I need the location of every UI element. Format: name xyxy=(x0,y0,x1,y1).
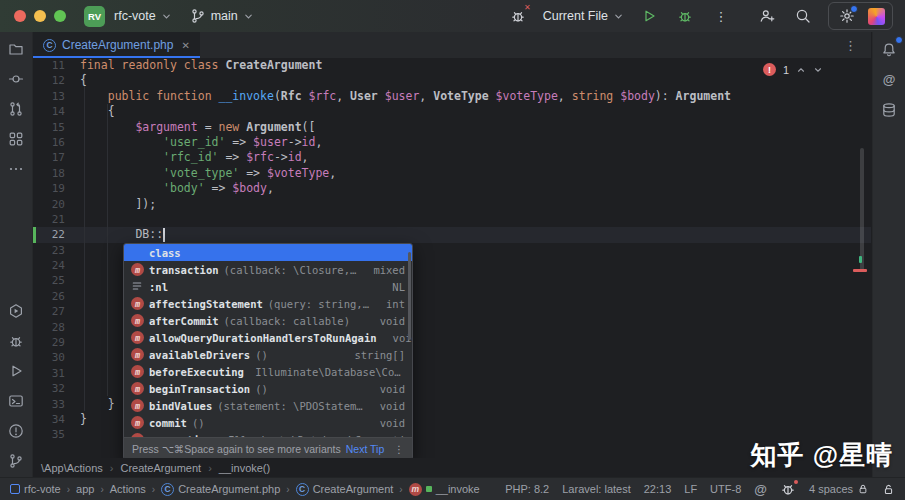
tab-createargument[interactable]: C CreateArgument.php ✕ xyxy=(33,32,200,58)
run-config-selector[interactable]: Current File xyxy=(543,9,624,23)
completion-item-class[interactable]: class xyxy=(124,244,412,261)
window-controls[interactable] xyxy=(14,10,70,22)
completion-item-begintransaction[interactable]: mbeginTransaction()void xyxy=(124,380,412,397)
prev-error-icon[interactable] xyxy=(796,65,806,75)
status-unlock-icon[interactable] xyxy=(882,483,895,496)
completion-item-allowquerydurationhandlerstorunagain[interactable]: mallowQueryDurationHandlersToRunAgain()v… xyxy=(124,329,412,346)
code-line[interactable]: final readonly class CreateArgument xyxy=(80,58,871,73)
terminal-icon[interactable] xyxy=(3,387,30,414)
tab-options-icon[interactable]: ⋮ xyxy=(844,38,857,53)
project-folder-icon[interactable] xyxy=(3,35,30,62)
code-editor[interactable]: 1112131415161718192021222324252627282930… xyxy=(33,58,871,458)
project-badge[interactable]: RV xyxy=(84,6,105,27)
next-error-icon[interactable] xyxy=(813,65,823,75)
code-line[interactable]: DB:: xyxy=(80,227,871,242)
line-number[interactable]: 15 xyxy=(33,120,80,135)
inspection-widget[interactable]: ! 1 xyxy=(763,63,823,76)
popup-scrollbar[interactable] xyxy=(408,252,411,340)
status-utf-8[interactable]: UTF-8 xyxy=(710,483,741,495)
project-selector[interactable]: rfc-vote xyxy=(114,9,172,23)
stripe-mark-green[interactable] xyxy=(859,256,862,263)
branch-selector[interactable]: main xyxy=(190,8,254,24)
line-number[interactable]: 33 xyxy=(33,397,80,412)
line-number[interactable]: 30 xyxy=(33,350,80,365)
completion-item-beforeexecuting[interactable]: mbeforeExecuting Illuminate\Database\Con… xyxy=(124,363,412,380)
completion-more-icon[interactable]: ⋮ xyxy=(394,443,405,455)
completion-item-aftercommit[interactable]: mafterCommit(callback: callable)void xyxy=(124,312,412,329)
code-line[interactable]: $argument = new Argument([ xyxy=(80,120,871,135)
nav-item-invoke[interactable]: m__invoke xyxy=(409,483,480,496)
completion-item-transaction[interactable]: mtransaction(callback: \Closure, [attem…… xyxy=(124,261,412,278)
code-line[interactable]: 'rfc_id' => $rfc->id, xyxy=(80,150,871,165)
services-icon[interactable] xyxy=(3,297,30,324)
no-inspections-icon[interactable]: ✕ xyxy=(507,5,529,27)
completion-item-nl[interactable]: :nlNL xyxy=(124,278,412,295)
status-4-spaces[interactable]: 4 spaces xyxy=(809,483,869,495)
completion-item-connection[interactable]: mconnection([n…Illuminate\Database\Conne… xyxy=(124,431,412,437)
notifications-icon[interactable] xyxy=(876,36,903,63)
code-line[interactable]: 'vote_type' => $voteType, xyxy=(80,166,871,181)
more-actions-button[interactable]: ⋮ xyxy=(710,5,732,27)
line-number[interactable]: 31 xyxy=(33,366,80,381)
line-number[interactable]: 35 xyxy=(33,427,80,442)
line-number[interactable]: 19 xyxy=(33,181,80,196)
line-number[interactable]: 27 xyxy=(33,304,80,319)
line-number[interactable]: 26 xyxy=(33,289,80,304)
completion-item-affectingstatement[interactable]: maffectingStatement(query: string, [bind… xyxy=(124,295,412,312)
code-line[interactable]: 'user_id' => $user->id, xyxy=(80,135,871,150)
ide-logo-icon[interactable] xyxy=(868,8,885,25)
run-tool-icon[interactable] xyxy=(3,357,30,384)
debug-tool-icon[interactable] xyxy=(3,327,30,354)
line-number[interactable]: 28 xyxy=(33,320,80,335)
status-22-13[interactable]: 22:13 xyxy=(644,483,672,495)
line-number[interactable]: 12 xyxy=(33,73,80,88)
code-line[interactable]: public function __invoke(Rfc $rfc, User … xyxy=(80,89,871,104)
breadcrumb-item[interactable]: CreateArgument xyxy=(120,462,201,474)
status-lf[interactable]: LF xyxy=(684,483,697,495)
stripe-mark-error[interactable] xyxy=(853,269,867,272)
git-branch-icon[interactable] xyxy=(3,447,30,474)
debug-button[interactable] xyxy=(674,5,696,27)
line-number[interactable]: 14 xyxy=(33,104,80,119)
completion-item-bindvalues[interactable]: mbindValues(statement: \PDOStatement, bi… xyxy=(124,397,412,414)
line-number[interactable]: 13 xyxy=(33,89,80,104)
line-number[interactable]: 24 xyxy=(33,258,80,273)
commit-icon[interactable] xyxy=(3,65,30,92)
nav-item-rfcvote[interactable]: rfc-vote xyxy=(10,483,61,495)
close-window-button[interactable] xyxy=(14,10,26,22)
database-icon[interactable] xyxy=(876,96,903,123)
search-everywhere-icon[interactable] xyxy=(792,5,814,27)
line-number[interactable]: 17 xyxy=(33,150,80,165)
status-at-icon[interactable]: @ xyxy=(754,482,767,497)
nav-item-createargument[interactable]: CCreateArgument xyxy=(296,483,394,496)
next-tip-link[interactable]: Next Tip xyxy=(346,443,385,455)
settings-gear-icon[interactable] xyxy=(836,5,858,27)
completion-item-availabledrivers[interactable]: mavailableDrivers()string[] xyxy=(124,346,412,363)
nav-item-actions[interactable]: Actions xyxy=(110,483,146,495)
line-number[interactable]: 18 xyxy=(33,166,80,181)
code-line[interactable] xyxy=(80,212,871,227)
completion-item-commit[interactable]: mcommit()void xyxy=(124,414,412,431)
zoom-window-button[interactable] xyxy=(54,10,66,22)
line-number[interactable]: 32 xyxy=(33,381,80,396)
line-number[interactable]: 22 xyxy=(33,227,80,242)
run-button[interactable] xyxy=(638,5,660,27)
at-icon[interactable]: @ xyxy=(876,66,903,93)
pull-requests-icon[interactable] xyxy=(3,95,30,122)
code-line[interactable]: ]); xyxy=(80,197,871,212)
line-number[interactable]: 25 xyxy=(33,273,80,288)
code-line[interactable]: { xyxy=(80,104,871,119)
breadcrumb-item[interactable]: __invoke() xyxy=(219,462,270,474)
line-number[interactable]: 23 xyxy=(33,243,80,258)
line-number[interactable]: 21 xyxy=(33,212,80,227)
code-line[interactable]: 'body' => $body, xyxy=(80,181,871,196)
nav-item-createargumentphp[interactable]: CCreateArgument.php xyxy=(161,483,280,496)
line-number[interactable]: 16 xyxy=(33,135,80,150)
structure-icon[interactable] xyxy=(3,125,30,152)
status-laravel--latest[interactable]: Laravel: latest xyxy=(562,483,630,495)
code-line[interactable]: { xyxy=(80,73,871,88)
more-horizontal-icon[interactable] xyxy=(3,155,30,182)
code-with-me-icon[interactable] xyxy=(756,5,778,27)
line-number[interactable]: 20 xyxy=(33,197,80,212)
status-inspections-icon[interactable] xyxy=(780,481,796,497)
